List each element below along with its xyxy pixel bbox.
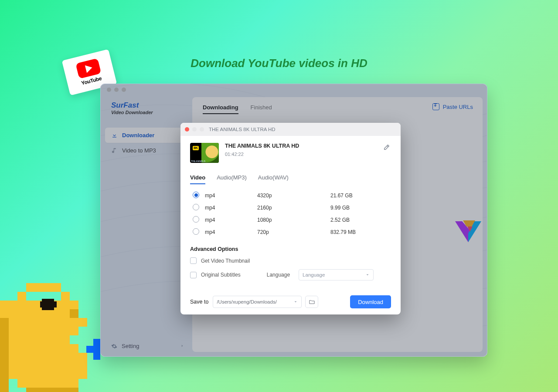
format-resolution: 4320p bbox=[257, 193, 330, 199]
svg-rect-29 bbox=[93, 353, 100, 360]
save-to-label: Save to bbox=[190, 299, 208, 305]
download-dialog: THE ANIMALS 8K ULTRA HD 8K THE ANIMALS T… bbox=[180, 123, 401, 314]
svg-rect-2 bbox=[17, 292, 26, 301]
svg-rect-26 bbox=[54, 301, 57, 308]
format-row[interactable]: mp4 1080p 2.52 GB bbox=[190, 214, 391, 226]
svg-rect-17 bbox=[26, 388, 70, 392]
svg-rect-6 bbox=[52, 283, 61, 292]
format-size: 2.52 GB bbox=[330, 217, 383, 223]
svg-rect-23 bbox=[26, 388, 78, 392]
svg-rect-4 bbox=[35, 283, 44, 292]
browse-folder-button[interactable] bbox=[305, 296, 318, 308]
svg-rect-12 bbox=[0, 344, 78, 353]
dialog-close-dot[interactable] bbox=[185, 127, 189, 132]
dialog-title: THE ANIMALS 8K ULTRA HD bbox=[209, 127, 276, 132]
save-path-value: /Users/xupeng/Downloads/ bbox=[217, 299, 276, 304]
format-row[interactable]: mp4 4320p 21.67 GB bbox=[190, 189, 391, 202]
save-path-select[interactable]: /Users/xupeng/Downloads/ bbox=[213, 296, 302, 308]
format-tab-audio-wav[interactable]: Audio(WAV) bbox=[258, 174, 289, 184]
svg-rect-21 bbox=[0, 318, 9, 392]
dialog-titlebar: THE ANIMALS 8K ULTRA HD bbox=[180, 123, 401, 136]
dialog-min-dot[interactable] bbox=[192, 127, 197, 132]
option-subtitles-label: Original Subtitles bbox=[201, 272, 241, 278]
svg-rect-27 bbox=[93, 339, 100, 346]
download-button[interactable]: Download bbox=[350, 295, 391, 308]
format-container: mp4 bbox=[205, 229, 257, 235]
svg-rect-20 bbox=[44, 301, 70, 318]
video-title: THE ANIMALS 8K ULTRA HD bbox=[225, 143, 299, 149]
checkbox-thumbnail[interactable] bbox=[190, 257, 197, 264]
svg-rect-8 bbox=[70, 301, 78, 309]
format-radio[interactable] bbox=[193, 216, 199, 223]
svg-rect-16 bbox=[17, 379, 78, 388]
svg-rect-15 bbox=[9, 370, 87, 379]
format-resolution: 720p bbox=[257, 229, 330, 235]
chevron-down-icon bbox=[293, 300, 298, 304]
format-container: mp4 bbox=[205, 193, 257, 199]
edit-title-icon[interactable] bbox=[383, 144, 390, 151]
svg-rect-25 bbox=[40, 301, 44, 308]
video-info-row: 8K THE ANIMALS THE ANIMALS 8K ULTRA HD 0… bbox=[190, 143, 391, 163]
format-list: mp4 4320p 21.67 GB mp4 2160p 9.99 GB mp4… bbox=[190, 189, 391, 238]
checkbox-subtitles[interactable] bbox=[190, 272, 197, 278]
language-field-label: Language bbox=[267, 272, 290, 278]
svg-rect-7 bbox=[61, 292, 70, 301]
svg-rect-13 bbox=[0, 353, 87, 362]
svg-rect-24 bbox=[42, 299, 54, 310]
format-container: mp4 bbox=[205, 205, 257, 211]
format-size: 21.67 GB bbox=[330, 193, 383, 199]
svg-rect-10 bbox=[0, 327, 78, 335]
chevron-down-icon bbox=[365, 273, 370, 277]
advanced-options-header: Advanced Options bbox=[190, 246, 391, 252]
svg-rect-9 bbox=[0, 318, 87, 327]
format-resolution: 1080p bbox=[257, 217, 330, 223]
language-select[interactable]: Language bbox=[299, 269, 374, 280]
svg-rect-5 bbox=[44, 283, 52, 292]
format-row[interactable]: mp4 2160p 9.99 GB bbox=[190, 202, 391, 214]
format-tab-video[interactable]: Video bbox=[190, 174, 205, 184]
format-radio[interactable] bbox=[193, 228, 199, 235]
svg-rect-3 bbox=[26, 283, 35, 292]
format-resolution: 2160p bbox=[257, 205, 330, 211]
svg-rect-19 bbox=[17, 301, 44, 318]
format-tab-audio-mp3[interactable]: Audio(MP3) bbox=[217, 174, 247, 184]
svg-rect-1 bbox=[9, 301, 17, 309]
svg-rect-22 bbox=[70, 309, 78, 318]
format-row[interactable]: mp4 720p 832.79 MB bbox=[190, 226, 391, 238]
format-size: 832.79 MB bbox=[330, 229, 383, 235]
format-size: 9.99 GB bbox=[330, 205, 383, 211]
svg-rect-14 bbox=[0, 362, 87, 370]
format-radio[interactable] bbox=[193, 204, 199, 210]
format-radio[interactable] bbox=[193, 192, 199, 198]
folder-icon bbox=[309, 299, 315, 305]
svg-rect-0 bbox=[0, 309, 9, 318]
format-tabs: Video Audio(MP3) Audio(WAV) bbox=[190, 174, 391, 184]
svg-rect-11 bbox=[0, 335, 70, 344]
format-container: mp4 bbox=[205, 217, 257, 223]
video-thumbnail: 8K THE ANIMALS bbox=[190, 143, 219, 163]
video-duration: 01:42:22 bbox=[225, 152, 299, 157]
dialog-max-dot[interactable] bbox=[200, 127, 204, 132]
language-select-value: Language bbox=[303, 272, 325, 277]
option-thumbnail-label: Get Video Thumbnail bbox=[201, 258, 250, 264]
svg-rect-18 bbox=[0, 301, 17, 318]
